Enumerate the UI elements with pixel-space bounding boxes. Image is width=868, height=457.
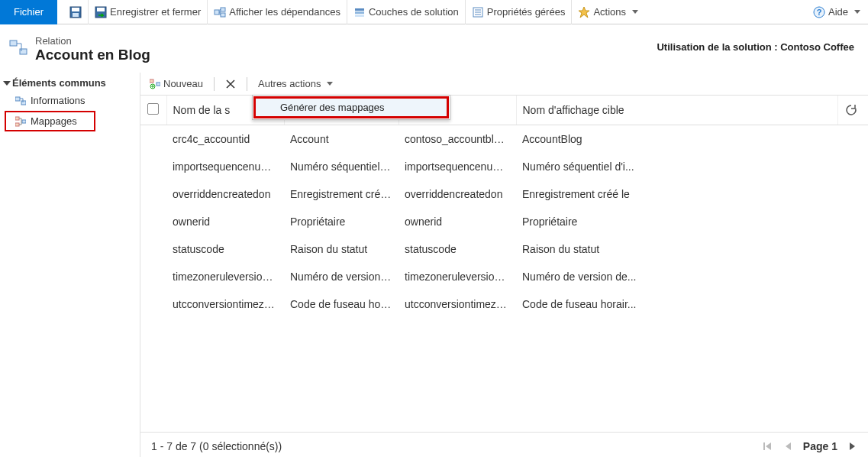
- cell-source-name: importsequencenumber: [166, 153, 284, 180]
- svg-rect-5: [215, 10, 219, 15]
- save-button[interactable]: [63, 0, 88, 24]
- svg-rect-21: [22, 120, 26, 123]
- save-and-close-button[interactable]: Enregistrer et fermer: [88, 0, 207, 24]
- svg-rect-9: [355, 11, 364, 14]
- save-icon: [69, 6, 82, 18]
- row-checkbox-cell[interactable]: [140, 263, 166, 290]
- sidebar-item-informations[interactable]: Informations: [0, 92, 140, 109]
- actions-label: Actions: [593, 6, 626, 18]
- other-actions-button[interactable]: Autres actions: [252, 73, 339, 96]
- cell-source-display: Account: [284, 125, 399, 154]
- svg-rect-18: [21, 101, 26, 105]
- solution-layers-button[interactable]: Couches de solution: [347, 0, 465, 24]
- svg-rect-1: [72, 8, 79, 11]
- prev-page-button[interactable]: [783, 441, 792, 452]
- next-page-button[interactable]: [848, 441, 857, 452]
- generate-mappings-item[interactable]: Générer des mappages: [253, 96, 449, 118]
- svg-rect-16: [20, 49, 27, 54]
- page-header: Relation Account en Blog Utilisation de …: [0, 24, 868, 73]
- svg-rect-8: [355, 8, 364, 11]
- save-close-icon: [95, 6, 107, 18]
- dependencies-icon: [214, 6, 226, 18]
- svg-rect-22: [150, 79, 153, 83]
- sidebar-item-mappages[interactable]: Mappages: [5, 111, 95, 131]
- table-row[interactable]: owneridPropriétaireowneridPropriétaire: [140, 208, 868, 235]
- separator: [214, 77, 215, 91]
- table-row[interactable]: utcconversiontimezon...Code de fuseau ho…: [140, 290, 868, 318]
- svg-rect-15: [10, 41, 17, 46]
- mappings-table-wrap: Nom de la s la cible Nom d'affichage cib…: [140, 96, 868, 432]
- row-checkbox-cell[interactable]: [140, 290, 166, 318]
- cell-target-display: Propriétaire: [516, 208, 837, 235]
- col-label: Nom de la s: [173, 104, 231, 116]
- cell-target-display: Numéro séquentiel d'i...: [516, 153, 837, 180]
- sidebar-item-label: Mappages: [31, 115, 77, 127]
- svg-rect-2: [73, 13, 79, 17]
- new-icon: [150, 79, 160, 89]
- cell-source-display: Numéro séquentiel d'i...: [284, 153, 399, 180]
- cell-spacer: [837, 153, 868, 180]
- cell-target-name: overriddencreatedon: [399, 180, 516, 208]
- page-title: Account en Blog: [35, 47, 150, 63]
- cell-spacer: [837, 263, 868, 290]
- table-row[interactable]: overriddencreatedonEnregistrement créé l…: [140, 180, 868, 208]
- svg-rect-19: [15, 117, 19, 120]
- cell-spacer: [837, 208, 868, 235]
- cell-source-display: Code de fuseau horair...: [284, 290, 399, 318]
- cell-spacer: [837, 180, 868, 208]
- cell-target-display: Numéro de version de...: [516, 263, 837, 290]
- page-label: Page 1: [803, 440, 837, 452]
- svg-rect-23: [156, 83, 160, 86]
- file-menu-button[interactable]: Fichier: [0, 0, 57, 24]
- table-row[interactable]: timezoneruleversionn...Numéro de version…: [140, 263, 868, 290]
- sidebar-heading[interactable]: Éléments communs: [0, 74, 140, 92]
- delete-button[interactable]: [219, 73, 242, 96]
- row-checkbox-cell[interactable]: [140, 180, 166, 208]
- relation-label: Relation: [35, 35, 150, 47]
- table-row[interactable]: crc4c_accountidAccountcontoso_accountblo…: [140, 125, 868, 154]
- new-button[interactable]: Nouveau: [144, 73, 209, 96]
- table-row[interactable]: statuscodeRaison du statutstatuscodeRais…: [140, 235, 868, 263]
- info-icon: [15, 96, 26, 106]
- checkbox-icon: [147, 103, 159, 115]
- cell-spacer: [837, 125, 868, 154]
- file-menu-label: Fichier: [14, 6, 44, 18]
- cell-source-display: Numéro de version de...: [284, 263, 399, 290]
- cell-spacer: [837, 235, 868, 263]
- cell-target-display: Code de fuseau horair...: [516, 290, 837, 318]
- svg-marker-12: [579, 7, 589, 18]
- row-checkbox-cell[interactable]: [140, 235, 166, 263]
- row-checkbox-cell[interactable]: [140, 125, 166, 154]
- properties-icon: [472, 6, 484, 18]
- cell-target-display: Raison du statut: [516, 235, 837, 263]
- cell-source-display: Propriétaire: [284, 208, 399, 235]
- refresh-header[interactable]: [837, 96, 868, 125]
- col-target-display[interactable]: Nom d'affichage cible: [516, 96, 837, 125]
- cell-target-name: ownerid: [399, 208, 516, 235]
- cell-target-display: AccountBlog: [516, 125, 837, 154]
- svg-rect-20: [15, 123, 19, 126]
- row-checkbox-cell[interactable]: [140, 208, 166, 235]
- cell-target-name: timezoneruleversionn...: [399, 263, 516, 290]
- select-all-header[interactable]: [140, 96, 166, 125]
- cell-target-name: contoso_accountblogid: [399, 125, 516, 154]
- managed-properties-button[interactable]: Propriétés gérées: [465, 0, 572, 24]
- mappings-icon: [15, 116, 26, 127]
- sidebar: Éléments communs Informations Mappages: [0, 73, 140, 457]
- top-toolbar: Fichier Enregistrer et fermer Afficher l…: [0, 0, 868, 24]
- col-label: Nom d'affichage cible: [523, 104, 624, 116]
- mappings-table: Nom de la s la cible Nom d'affichage cib…: [140, 96, 868, 318]
- pager: Page 1: [762, 440, 857, 452]
- collapse-icon: [3, 81, 11, 86]
- first-page-button[interactable]: [762, 441, 773, 452]
- help-button[interactable]: ? Aide: [805, 6, 868, 18]
- other-actions-label: Autres actions: [258, 78, 321, 89]
- cell-source-display: Raison du statut: [284, 235, 399, 263]
- row-checkbox-cell[interactable]: [140, 153, 166, 180]
- cell-source-display: Enregistrement créé le: [284, 180, 399, 208]
- actions-menu-button[interactable]: Actions: [571, 0, 644, 24]
- show-dependencies-button[interactable]: Afficher les dépendances: [207, 0, 347, 24]
- cell-source-name: ownerid: [166, 208, 284, 235]
- table-row[interactable]: importsequencenumberNuméro séquentiel d'…: [140, 153, 868, 180]
- svg-rect-6: [221, 8, 225, 11]
